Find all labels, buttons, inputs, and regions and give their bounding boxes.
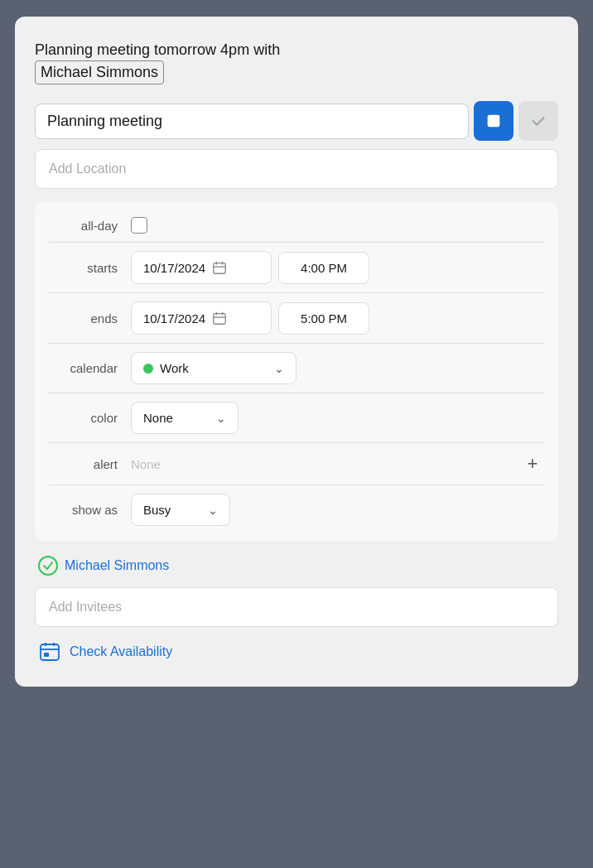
show-as-dropdown[interactable]: Busy ⌄ — [131, 494, 230, 526]
suggestion-highlight: Michael Simmons — [35, 60, 164, 84]
confirm-button[interactable] — [518, 101, 558, 141]
show-as-controls: Busy ⌄ — [131, 494, 545, 526]
ends-date-value: 10/17/2024 — [143, 311, 205, 326]
svg-rect-13 — [44, 653, 49, 657]
location-placeholder: Add Location — [49, 162, 126, 176]
svg-rect-1 — [214, 263, 225, 274]
ends-time-field[interactable]: 5:00 PM — [278, 302, 369, 335]
add-invitees-input[interactable]: Add Invitees — [35, 587, 558, 627]
svg-rect-9 — [41, 644, 59, 660]
starts-label: starts — [48, 261, 131, 275]
color-dropdown[interactable]: None ⌄ — [131, 402, 239, 434]
check-availability-row[interactable]: Check Availability — [35, 627, 558, 667]
show-as-value: Busy — [143, 503, 171, 517]
color-row: color None ⌄ — [35, 393, 558, 442]
calendar-chevron-icon: ⌄ — [274, 362, 284, 375]
allday-label: all-day — [48, 219, 131, 233]
add-alert-button[interactable]: + — [520, 451, 545, 476]
show-as-row: show as Busy ⌄ — [35, 485, 558, 534]
invitees-section: Michael Simmons Add Invitees — [35, 551, 558, 627]
calendar-label: calendar — [48, 361, 131, 375]
ends-row: ends 10/17/2024 5:00 PM — [35, 293, 558, 343]
starts-date-value: 10/17/2024 — [143, 261, 205, 275]
calendar-color-dot — [143, 364, 153, 374]
stop-button[interactable] — [474, 101, 513, 141]
checkmark-circle-svg — [42, 560, 54, 571]
starts-controls: 10/17/2024 4:00 PM — [131, 251, 545, 284]
ends-controls: 10/17/2024 5:00 PM — [131, 301, 545, 335]
calendar-row: calendar Work ⌄ — [35, 344, 558, 393]
allday-checkbox[interactable] — [131, 217, 147, 234]
alert-row: alert None + — [35, 443, 558, 485]
svg-rect-0 — [488, 115, 500, 128]
location-field[interactable]: Add Location — [35, 149, 558, 189]
starts-time-value: 4:00 PM — [301, 261, 347, 275]
color-label: color — [48, 411, 131, 425]
show-as-label: show as — [48, 503, 131, 517]
calendar-icon — [212, 260, 227, 275]
event-card: Planning meeting tomorrow 4pm with Micha… — [15, 17, 578, 687]
allday-controls — [131, 217, 545, 234]
check-availability-label[interactable]: Check Availability — [70, 644, 172, 659]
list-item: Michael Simmons — [35, 551, 558, 581]
starts-date-field[interactable]: 10/17/2024 — [131, 251, 272, 284]
suggestion-prefix: Planning meeting tomorrow 4pm with — [35, 41, 280, 58]
stop-icon — [485, 112, 503, 130]
invitee-name: Michael Simmons — [65, 558, 169, 573]
alert-label: alert — [48, 457, 131, 471]
ends-time-value: 5:00 PM — [301, 311, 347, 326]
form-section: all-day starts 10/17/2024 — [35, 202, 558, 541]
ends-date-field[interactable]: 10/17/2024 — [131, 301, 272, 335]
add-invitees-placeholder: Add Invitees — [49, 600, 122, 614]
allday-row: all-day — [35, 209, 558, 242]
svg-rect-5 — [214, 314, 225, 325]
color-value: None — [143, 411, 173, 425]
checkmark-icon — [529, 112, 547, 130]
calendar-icon-ends — [212, 311, 227, 326]
title-input[interactable] — [35, 104, 469, 139]
color-controls: None ⌄ — [131, 402, 545, 434]
calendar-controls: Work ⌄ — [131, 352, 545, 384]
calendar-dropdown[interactable]: Work ⌄ — [131, 352, 296, 384]
ends-label: ends — [48, 311, 131, 326]
add-alert-icon: + — [528, 453, 538, 475]
show-as-chevron-icon: ⌄ — [208, 504, 218, 517]
calendar-value: Work — [160, 361, 189, 375]
alert-value: None — [131, 457, 520, 471]
starts-row: starts 10/17/2024 4:00 PM — [35, 243, 558, 292]
starts-time-field[interactable]: 4:00 PM — [278, 252, 369, 284]
invitee-check-icon — [38, 556, 58, 576]
check-availability-icon — [38, 640, 61, 663]
suggestion-text: Planning meeting tomorrow 4pm with Micha… — [35, 40, 558, 84]
title-row — [35, 101, 558, 141]
color-chevron-icon: ⌄ — [216, 412, 226, 425]
